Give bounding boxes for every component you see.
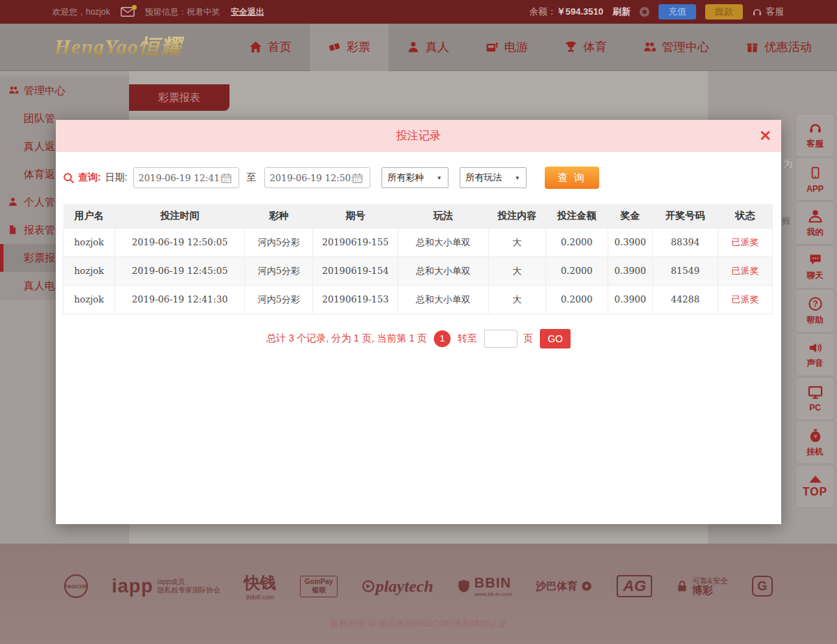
iapp-logo: iapp iapp成员隐私权专家国际协会 [112, 576, 220, 597]
ag-logo: AG [617, 575, 652, 597]
navbar: HengYao恒耀 首页 彩票 真人 电游 体育 [0, 24, 837, 71]
mail-icon[interactable] [121, 7, 135, 17]
refresh-balance-link[interactable]: 刷新 [612, 6, 631, 18]
question-icon: ? [808, 296, 823, 312]
float-label: APP [806, 184, 824, 194]
secure-betting-logo: 可靠&安全博彩 [676, 576, 727, 596]
float-pc-button[interactable]: PC [795, 377, 835, 420]
caret-down-icon: ▼ [515, 175, 520, 181]
col-prize: 奖金 [608, 204, 653, 228]
float-label: 帮助 [807, 314, 824, 326]
search-button[interactable]: 查 询 [545, 167, 599, 189]
nav-item-lottery[interactable]: 彩票 [310, 24, 389, 71]
logout-link[interactable]: 安全退出 [231, 6, 264, 18]
sidebar-label: 彩票报 [24, 252, 55, 263]
play-type-select[interactable]: 所有玩法 ▼ [460, 167, 527, 188]
shield-icon [457, 578, 471, 594]
calendar-icon[interactable] [352, 173, 363, 183]
col-status: 状态 [718, 204, 772, 228]
site-logo[interactable]: HengYao恒耀 [54, 33, 218, 61]
nav-label: 体育 [583, 39, 607, 55]
date-to-input[interactable] [270, 173, 352, 183]
goto-page-input[interactable] [484, 330, 518, 348]
date-from-input[interactable] [139, 173, 221, 183]
modal-header: 投注记录 ✕ [56, 120, 781, 152]
nav-label: 电游 [504, 39, 528, 55]
nav-item-egames[interactable]: 电游 [467, 24, 546, 71]
partner-logos: PAGCOR iapp iapp成员隐私权专家国际协会 快钱99bill.com… [0, 566, 837, 606]
sidebar-label: 个人管 [24, 196, 55, 208]
float-top-button[interactable]: TOP [795, 465, 835, 508]
moneybag-icon: ￥ [808, 428, 823, 443]
svg-text:?: ? [813, 299, 818, 309]
search-label: 查询: [78, 171, 101, 184]
headset-icon [752, 7, 762, 17]
col-username: 用户名 [63, 204, 115, 228]
col-draw-number: 开奖号码 [653, 204, 718, 228]
gamcare-logo: G [752, 576, 773, 597]
nav-label: 真人 [425, 39, 449, 55]
person-icon [8, 197, 18, 207]
chat-icon [808, 253, 823, 267]
reserved-message: 预留信息：祝君中奖 [145, 6, 220, 18]
float-mine-button[interactable]: 我的 [795, 201, 835, 245]
person-icon [808, 208, 823, 224]
nav-item-sports[interactable]: 体育 [546, 24, 625, 71]
deposit-button[interactable]: 充值 [658, 4, 696, 20]
background-text-fragment: 账 [782, 215, 791, 227]
welcome-text: 欢迎您，hozjok [52, 6, 110, 18]
table-row: hozjok2019-06-19 12:45:05 河内5分彩20190619-… [63, 256, 773, 285]
search-bar: 查询: 日期: 至 所有彩种 ▼ 所有玩法 ▼ 查 询 [63, 167, 781, 189]
status-badge: 已派奖 [718, 256, 772, 285]
date-to-field[interactable] [264, 167, 370, 188]
float-help-button[interactable]: ? 帮助 [795, 289, 835, 332]
lottery-type-select[interactable]: 所有彩种 ▼ [382, 167, 448, 188]
float-sound-button[interactable]: 声音 [795, 333, 835, 376]
dealer-icon [407, 40, 420, 54]
phone-icon [809, 164, 822, 181]
calendar-icon[interactable] [221, 173, 232, 183]
arrow-up-icon [808, 475, 822, 483]
sidebar-item-admin-center[interactable]: 管理中心 [0, 77, 129, 105]
float-hangup-button[interactable]: ￥ 挂机 [795, 421, 835, 464]
float-label: 我的 [807, 227, 824, 238]
close-icon[interactable]: ✕ [759, 120, 771, 152]
copyright-text: 版权所有 菲律宾政府PAGCOR博彩牌照认证 [0, 618, 837, 630]
float-app-button[interactable]: APP [795, 158, 835, 201]
float-label: 挂机 [807, 446, 824, 458]
nav-item-home[interactable]: 首页 [231, 24, 310, 71]
kuaiqian-logo: 快钱99bill.com [244, 572, 276, 601]
float-chat-button[interactable]: 聊天 [795, 245, 835, 289]
float-menu: 客服 APP 我的 聊天 ? 帮助 声音 [795, 114, 835, 509]
saba-sports-logo: 沙巴体育 [536, 580, 593, 593]
eye-icon[interactable] [640, 7, 649, 17]
nav-item-admin-center[interactable]: 管理中心 [625, 24, 727, 71]
date-from-field[interactable] [133, 167, 239, 188]
background-text-fragment: 为 [783, 158, 792, 170]
col-bet-amount: 投注金额 [545, 204, 608, 228]
float-label: TOP [803, 486, 828, 498]
search-icon [63, 172, 75, 184]
lottery-report-tab[interactable]: 彩票报表 [129, 84, 229, 111]
float-label: 客服 [807, 138, 824, 150]
monitor-icon [807, 385, 824, 400]
page-1-button[interactable]: 1 [434, 330, 451, 347]
nav-item-promotions[interactable]: 优惠活动 [727, 24, 830, 71]
status-badge: 已派奖 [718, 285, 772, 314]
pagination-summary: 总计 3 个记录, 分为 1 页, 当前第 1 页 [266, 332, 427, 345]
go-button[interactable]: GO [540, 329, 571, 348]
pagcor-badge: PAGCOR [64, 574, 88, 598]
footer: PAGCOR iapp iapp成员隐私权专家国际协会 快钱99bill.com… [0, 544, 837, 644]
balance-label: 余额： [529, 6, 557, 17]
users-icon [643, 40, 656, 54]
bet-records-modal: 投注记录 ✕ 查询: 日期: 至 所有彩种 ▼ 所有玩法 ▼ [56, 120, 781, 524]
float-service-button[interactable]: 客服 [795, 114, 835, 157]
withdraw-button[interactable]: 提款 [705, 4, 743, 20]
nav-label: 首页 [268, 39, 292, 55]
nav-item-live[interactable]: 真人 [389, 24, 467, 71]
speaker-icon [808, 341, 823, 355]
col-bet-content: 投注内容 [489, 204, 545, 228]
col-play: 玩法 [398, 204, 489, 228]
service-link[interactable]: 客服 [752, 6, 784, 18]
table-row: hozjok2019-06-19 12:50:05 河内5分彩20190619-… [63, 228, 773, 256]
